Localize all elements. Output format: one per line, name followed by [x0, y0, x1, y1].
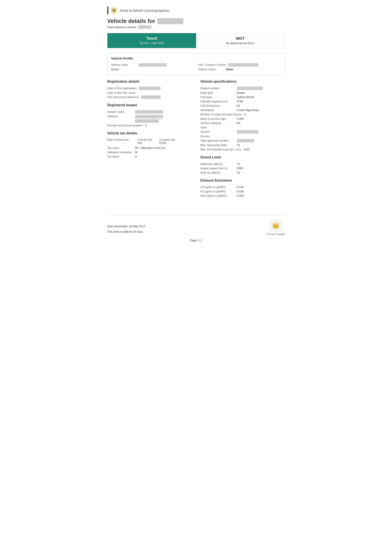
tax-band-value: A: [135, 155, 137, 158]
tax-band-label: Tax band:: [107, 155, 133, 158]
vehicle-reg-redacted: [157, 18, 183, 24]
validation-label: Validation character:: [107, 151, 133, 154]
max-perm-label: Max. Permissible mass (ex. m/c):: [200, 148, 242, 151]
type-approval-row: Type approval number:: [200, 139, 285, 142]
crown-copyright-text: © Crown Copyright: [266, 233, 285, 235]
prev-keepers-row: Number of previous keepers: 0: [107, 124, 192, 127]
first-reg-row: Date of first registration:: [107, 87, 192, 90]
co2-value: 83: [237, 104, 240, 107]
rate-label: Rate of vehicle tax: [107, 138, 138, 141]
tax-band-row: Tax band: A: [107, 155, 192, 158]
twelve-month-header: 12 Month rate: [159, 138, 183, 141]
twelve-month-value: £0.00: [159, 141, 183, 145]
validation-value: M: [135, 151, 137, 154]
type-label: Type:: [200, 126, 235, 129]
fuel-type-row: Fuel type: Hybrid electric: [200, 96, 285, 99]
sound-level-title: Sound Level: [200, 155, 285, 160]
header-bar: 🦁 Driver & Vehicle Licensing Agency: [107, 7, 285, 14]
wheelplan-row: Wheelplan: 2 Axle Rigid Body: [200, 108, 285, 112]
vehicle-profile-title: Vehicle Profile: [111, 56, 281, 61]
engine-number-row: Engine number:: [200, 87, 285, 90]
driveby-row: drive-by (dB(A)): 74: [200, 171, 285, 174]
version-row: Version:: [200, 135, 285, 138]
v5c-ref-label: V5C document reference:: [107, 96, 140, 99]
driveby-label: drive-by (dB(A)):: [200, 171, 235, 174]
registration-section: Registration details Date of first regis…: [107, 80, 192, 99]
tax-status-sub: Tax due: 1 April 2018: [112, 42, 192, 45]
footer: Date Generated: 18 May 2017 This print i…: [107, 215, 285, 235]
right-column: Vehicle specifications Engine number: Bo…: [200, 80, 285, 202]
co2-label: CO2 Emissions:: [200, 104, 235, 107]
net-power-label: Max. Net power (kW):: [200, 144, 235, 147]
cylinder-cap-row: Cylinder capacity (cc): 1798: [200, 100, 285, 103]
valid-text: This print is valid for 28 days: [107, 230, 145, 233]
engine-number-redacted: [237, 87, 263, 90]
exhaust-section: Exhaust Emissions CO (g/km or g/kWh): 0.…: [200, 179, 285, 197]
svg-text:🦁: 🦁: [112, 9, 116, 12]
v5c-ref-row: V5C document reference:: [107, 96, 192, 99]
nox-row: NOx (g/km or g/kWh): 0.005: [200, 194, 285, 197]
co-row: CO (g/km or g/kWh): 0.182: [200, 186, 285, 189]
variant-value-redacted: [237, 130, 259, 133]
nox-value: 0.005: [237, 194, 244, 197]
mot-status-box: MOT No details held by DVLA: [196, 33, 285, 48]
first-reg-label: Date of first registration:: [107, 87, 137, 90]
mot-status-sub: No details held by DVLA: [200, 42, 280, 45]
stationary-value: 74: [237, 162, 240, 166]
tax-table-header: Rate of vehicle tax 6 Month rate 12 Mont…: [107, 138, 192, 141]
net-power-value: 73: [237, 144, 240, 147]
vehicle-make-value-redacted: [139, 63, 167, 67]
crown-copyright-icon: 👑: [269, 219, 282, 232]
vehicle-profile-section: Vehicle Profile Vehicle make: Model: VIN…: [107, 53, 285, 75]
prev-keepers-value: 0: [145, 124, 147, 127]
variant-row: Variant:: [200, 130, 285, 133]
tax-details-section: Vehicle tax details Rate of vehicle tax …: [107, 131, 192, 158]
tax-class-label: Tax class:: [107, 146, 133, 150]
svg-text:👑: 👑: [272, 222, 280, 229]
last-v5c-label: Date of last V5C issue:: [107, 91, 136, 94]
mass-row: Mass in service (kg): 1,490: [200, 117, 285, 120]
colour-row: Vehicle colour: Silver: [198, 68, 281, 71]
tax-class-row: Tax class: 59 - Alternative Fuel Car: [107, 146, 192, 150]
vehicle-model-row: Model:: [111, 68, 194, 71]
keeper-section: Registered keeper Keeper name: Address: …: [107, 103, 192, 127]
body-type-row: Body type: Estate: [200, 91, 285, 94]
fuel-type-value: Hybrid electric: [237, 96, 255, 99]
tax-table-row: N/A £0.00: [107, 141, 192, 145]
vin-value-redacted: [228, 63, 259, 67]
engine-speed-value: 2500: [237, 167, 243, 170]
fleet-ref-value-redacted: [138, 25, 151, 29]
mass-value: 1,490: [237, 117, 244, 120]
body-type-label: Body type:: [200, 91, 235, 94]
engine-speed-row: engine speed (min-1): 2500: [200, 167, 285, 170]
tax-status-title: Taxed: [112, 36, 192, 41]
keeper-address-row: Address:: [107, 115, 192, 123]
vehicle-specs-title: Vehicle specifications: [200, 80, 285, 84]
variant-label: Variant:: [200, 130, 235, 133]
keeper-name-label: Keeper name:: [107, 110, 133, 113]
page-number: Page 1 / 1: [107, 239, 285, 242]
vin-label: VIN / Chassis / Frame:: [198, 63, 227, 66]
keeper-address-label: Address:: [107, 115, 133, 118]
max-perm-row: Max. Permissible mass (ex. m/c): 1815: [200, 148, 285, 151]
hc-row: HC (g/km or g/kWh): 0.036: [200, 190, 285, 193]
six-month-value: N/A: [138, 141, 159, 145]
vehicle-model-label: Model:: [111, 68, 137, 71]
footer-right: 👑 © Crown Copyright: [266, 219, 285, 235]
first-reg-value-redacted: [139, 87, 161, 90]
type-approval-redacted: [237, 139, 254, 142]
wheelplan-value: 2 Axle Rigid Body: [237, 108, 259, 112]
registration-title: Registration details: [107, 80, 192, 84]
type-approval-label: Type approval number:: [200, 139, 235, 142]
tax-status-box: Taxed Tax due: 1 April 2018: [107, 33, 196, 48]
category-label: Vehicle category:: [200, 121, 235, 125]
fleet-ref-row: Fleet reference number: [107, 25, 285, 29]
fuel-type-label: Fuel type:: [200, 96, 235, 99]
seats-label: Number of seats (includes driver):: [200, 113, 243, 116]
co-label: CO (g/km or g/kWh):: [200, 186, 235, 189]
sound-level-section: Sound Level stationary (dB(A)): 74 engin…: [200, 155, 285, 174]
colour-label: Vehicle colour:: [198, 68, 224, 71]
org-name: Driver & Vehicle Licensing Agency: [120, 9, 169, 12]
page-title: Vehicle details for: [107, 18, 285, 24]
v5c-ref-value-redacted: [141, 96, 161, 99]
